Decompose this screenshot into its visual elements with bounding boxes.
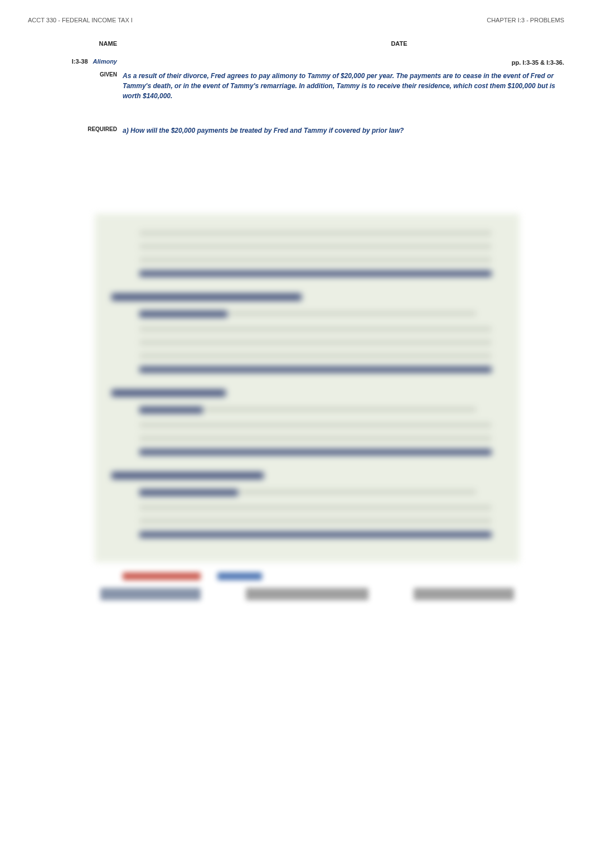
given-text: As a result of their divorce, Fred agree…	[123, 71, 564, 101]
name-date-row: NAME DATE	[28, 40, 564, 47]
problem-title-row: I:3-38 Alimony pp. I:3-35 & I:3-36.	[28, 58, 564, 69]
pages-reference: pp. I:3-35 & I:3-36.	[123, 58, 564, 67]
given-row: GIVEN As a result of their divorce, Fred…	[28, 71, 564, 101]
blurred-footer-area	[95, 572, 520, 600]
page-header: ACCT 330 - FEDERAL INCOME TAX I CHAPTER …	[28, 17, 564, 23]
problem-topic: Alimony	[93, 58, 117, 65]
date-label: DATE	[234, 40, 564, 47]
required-a-text: a) How will the $20,000 payments be trea…	[123, 126, 564, 136]
required-label: REQUIRED	[88, 126, 117, 132]
course-title: ACCT 330 - FEDERAL INCOME TAX I	[28, 17, 133, 23]
blurred-content-area	[95, 214, 520, 562]
chapter-title: CHAPTER I:3 - PROBLEMS	[487, 17, 564, 23]
name-label: NAME	[28, 40, 123, 47]
given-label: GIVEN	[100, 71, 117, 78]
problem-number: I:3-38	[72, 58, 88, 65]
required-row: REQUIRED a) How will the $20,000 payment…	[28, 126, 564, 136]
